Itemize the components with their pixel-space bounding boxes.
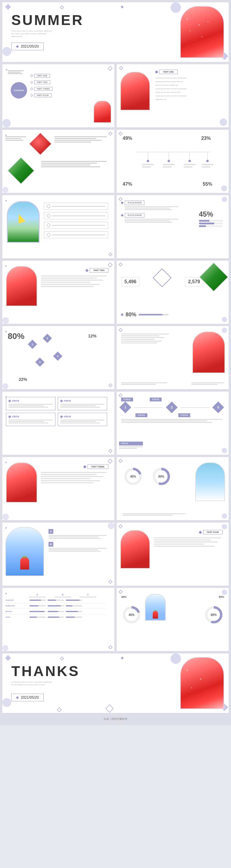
deco-star [5,67,8,72]
box-4: 标题标题 [58,413,107,426]
svg-rect-16 [202,166,210,167]
svg-point-7 [189,160,191,162]
deco-star [5,460,7,465]
part-item-2: PART TWO [31,80,52,84]
svg-point-8 [206,160,209,162]
deco-diamond-t1 [5,655,11,661]
label-banner-4: 标题标题 [178,413,190,417]
row-3: 49% 23% [2,130,229,193]
slide-donut-charts: 45% 80% [117,457,229,520]
summer-title: SUMMER [11,12,84,28]
svg-point-6 [168,160,170,162]
slide-stats-pcts: 49% 23% [117,130,229,193]
deco-circle [2,645,8,651]
list-item-3 [44,222,108,229]
svg-text:45%: 45% [128,613,135,617]
deco-circle-bl [2,119,11,127]
num-diamond-1: 1 [29,341,36,347]
deco-outline-d [108,131,113,136]
text-tiny-tl [5,136,26,142]
contents-circle: Contents [11,82,27,98]
text-right-top [55,136,107,144]
deco-circle [2,317,9,324]
deco-d [108,252,113,256]
deco-star [5,590,7,596]
row-7: 标题标题 标题标题 [2,392,229,455]
slide-ab-items: A B [2,523,114,586]
slide-months-table: A B C JANUARY FEBRUARY [2,588,114,651]
deco-circle [222,328,227,333]
part-one-banner: PART ONE [155,70,178,74]
stat-55: 55% [203,182,212,187]
text-right-bottom [41,161,107,168]
svg-rect-9 [142,164,154,165]
summer-subtitle: Lorem ipsum dolor sit amet, consectetur … [11,30,52,38]
tree-diagram [133,143,216,173]
svg-text:80%: 80% [211,613,217,617]
num-d-1: 1 [119,401,131,413]
box-2: 标题标题 [58,397,107,410]
box-3: 标题标题 [6,413,55,426]
deco-circle [2,514,9,520]
deco-star-t: ✦ [120,655,124,661]
part-item-4: PART FOUR [31,93,52,97]
part-item-1: PART ONE [31,74,52,78]
stat-12: 12% [88,334,96,338]
row-2: Contents PART ONE PART TWO PART THREE [2,64,229,127]
svg-rect-15 [202,164,213,165]
part-two-label: PART TWO [34,80,50,84]
deco-circle [222,197,227,202]
deco-circle [222,513,227,519]
banner-diamond [155,70,158,73]
deco-d [118,328,123,332]
stat-80-large: 80% [8,332,24,341]
deco-diamond-t2 [60,656,64,660]
deco-d [118,262,123,267]
ab-blocks: A B [49,529,107,552]
arch-strawberry-2 [6,266,37,306]
deco-d [108,645,113,649]
deco-d [108,449,113,453]
deco-d-t-bot [57,707,62,712]
deco-d1 [118,131,123,136]
slide-summer: ✦ SUMMER Lorem ipsum dolor sit amet, con… [2,2,229,62]
deco-d [108,459,113,464]
text-block-parttwo [41,276,107,287]
arch-ice-small [145,594,166,621]
slide-part-three: PART THREE [2,457,114,520]
label-box-bottom-left: 标题标题 [119,442,143,449]
item-label-text-1: 单击此处添加标题 [125,200,144,205]
part-list: PART ONE PART TWO PART THREE PART FOUR [31,74,52,97]
slide-arch-list [2,195,114,258]
text-right-arch [192,382,224,385]
items-label-block: 单击此处添加标题 单击此处添加标题 [121,200,178,223]
row-march: MARCH [5,611,107,615]
deco-circle [222,524,227,529]
slide-diamond-imgs [2,130,114,193]
page-wrapper: ✦ SUMMER Lorem ipsum dolor sit amet, con… [0,0,231,725]
donut-45: 45% [123,466,143,488]
svg-text:80%: 80% [158,475,164,478]
row-6: 80% 1 2 3 4 [2,326,229,389]
part-one-label: PART ONE [34,74,50,78]
label-banner-2: 标题标题 [150,398,162,401]
row-5: PART TWO 5,496 [2,261,229,324]
deco-circle [222,317,227,322]
table-header: A B C [29,593,96,597]
thanks-date-box: 2021/05/20 [11,694,44,701]
deco-star [5,329,7,334]
arch-strawberry-3 [192,332,225,373]
row-8: PART THREE 45% [2,457,229,520]
deco-star-1: ✦ [120,4,124,10]
num-diamond-2: 2 [44,335,51,342]
deco-diamond-1 [5,4,11,10]
thanks-hero-image [180,657,224,709]
numbered-diamond-layout: 标题标题 标题标题 1 2 5 [121,398,222,423]
deco-circle [221,185,227,191]
arch-sky [195,462,225,501]
deco-circle-t2 [2,698,11,707]
num-diamond-3: 3 [37,359,43,365]
stat-47: 47% [123,182,132,187]
stat-23: 23% [201,136,211,141]
list-items-right [44,203,108,238]
